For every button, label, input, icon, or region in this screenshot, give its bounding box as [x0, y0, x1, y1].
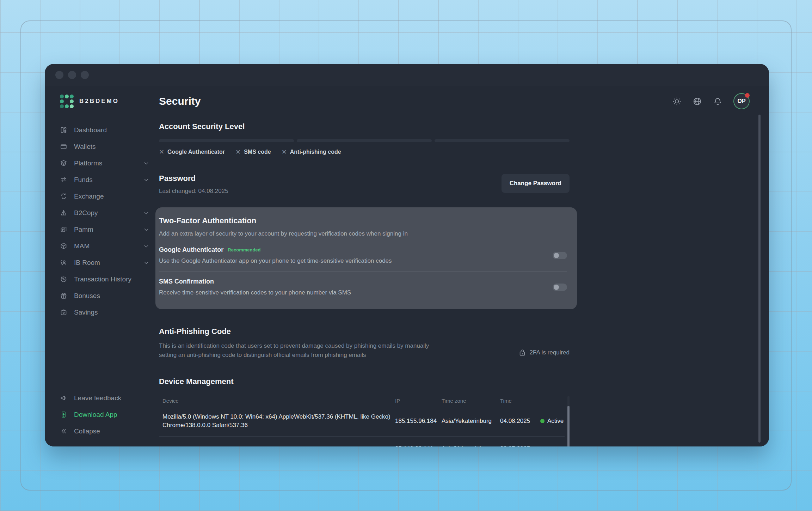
sidebar-item-ib-room[interactable]: IB Room [45, 254, 159, 271]
sidebar-item-savings[interactable]: Savings [45, 304, 159, 321]
section-title: Account Security Level [159, 122, 570, 131]
status-dot [540, 419, 545, 423]
google-authenticator-toggle[interactable] [553, 252, 567, 259]
sidebar-item-exchange[interactable]: Exchange [45, 188, 159, 205]
sidebar-item-label: Leave feedback [74, 394, 121, 402]
people-icon [60, 259, 67, 266]
layers-icon [60, 159, 67, 167]
megaphone-icon [60, 394, 67, 402]
app-header: B2BDEMO Security [45, 86, 769, 117]
page-title: Security [159, 95, 672, 107]
column-header-ip: IP [395, 398, 442, 404]
table-scrollbar[interactable] [567, 396, 570, 446]
divider [159, 271, 567, 272]
table-scrollbar-thumb[interactable] [567, 406, 570, 446]
window-control-close[interactable] [55, 71, 63, 79]
table-row[interactable]: Mozilla/5.0 (Windows NT 10.0; Win64; x64… [159, 407, 565, 436]
history-icon [60, 275, 67, 283]
table-row[interactable]: 85.140.23.141 Asia/Yekaterinburg 22.07.2… [159, 437, 565, 446]
sidebar-item-transaction-history[interactable]: Transaction History [45, 271, 159, 287]
change-password-button[interactable]: Change Password [502, 174, 570, 193]
two-factor-card: Two-Factor Authentication Add an extra l… [155, 207, 577, 309]
two-factor-option-sms: SMS Confirmation Receive time-sensitive … [159, 278, 567, 296]
progress-segment [159, 139, 294, 142]
missing-item-label: Anti-phishing code [290, 149, 341, 155]
chevron-down-icon [143, 227, 149, 232]
notifications-bell-icon[interactable] [713, 97, 722, 106]
sidebar-item-funds[interactable]: Funds [45, 171, 159, 188]
sidebar-item-dashboard[interactable]: Dashboard [45, 122, 159, 138]
progress-segment [435, 139, 570, 142]
column-header-time: Time [500, 398, 540, 404]
chevron-down-icon [143, 210, 149, 216]
sidebar-item-label: Pamm [74, 226, 93, 233]
notification-badge [745, 93, 750, 98]
window-control-minimize[interactable] [68, 71, 76, 79]
sidebar-item-download-app[interactable]: Download App [45, 406, 159, 423]
ip-cell: 185.155.96.184 [395, 418, 442, 425]
sidebar-item-b2copy[interactable]: B2Copy [45, 205, 159, 221]
section-anti-phishing: Anti-Phishing Code This is an identifica… [159, 327, 570, 360]
sidebar-item-label: Platforms [74, 159, 102, 167]
chevron-down-icon [143, 177, 149, 183]
sidebar-item-label: Exchange [74, 193, 104, 200]
x-icon: ✕ [282, 149, 287, 155]
app-window: B2BDEMO Security [45, 64, 769, 446]
security-level-progress [159, 139, 570, 142]
sidebar-item-leave-feedback[interactable]: Leave feedback [45, 390, 159, 406]
sidebar-item-label: B2Copy [74, 209, 98, 217]
time-cell: 22.07.2025 [500, 445, 540, 446]
window-scrollbar[interactable] [758, 115, 761, 443]
devices-table-header: Device IP Time zone Time [159, 395, 565, 407]
cube-icon [60, 242, 67, 250]
window-control-maximize[interactable] [81, 71, 89, 79]
sidebar-item-label: Bonuses [74, 292, 100, 300]
sidebar-item-label: Transaction History [74, 275, 131, 283]
chevron-down-icon [143, 243, 149, 249]
sidebar-footer: Leave feedback Download App Collapse [45, 390, 159, 439]
desktop-background: B2BDEMO Security [0, 0, 812, 511]
x-icon: ✕ [159, 149, 164, 155]
brand-logo[interactable]: B2BDEMO [45, 95, 159, 108]
anti-phishing-description: This is an identification code that user… [159, 341, 444, 360]
main-content: Account Security Level ✕ Google Authenti… [159, 117, 570, 446]
requirement-text: 2FA is required [530, 349, 570, 356]
sidebar-item-collapse[interactable]: Collapse [45, 423, 159, 439]
language-globe-icon[interactable] [693, 97, 702, 106]
sidebar-item-label: Collapse [74, 427, 100, 435]
sidebar-item-pamm[interactable]: Pamm [45, 221, 159, 238]
theme-toggle-icon[interactable] [672, 97, 682, 106]
timezone-cell: Asia/Yekaterinburg [442, 445, 500, 446]
brand-name: B2BDEMO [79, 98, 119, 105]
section-account-security-level: Account Security Level ✕ Google Authenti… [159, 122, 570, 155]
brand-logo-icon [60, 95, 74, 108]
x-icon: ✕ [235, 149, 241, 155]
section-password: Password Last changed: 04.08.2025 Change… [159, 174, 570, 195]
progress-segment [297, 139, 432, 142]
sms-confirmation-toggle[interactable] [553, 284, 567, 291]
recommended-badge: Recommended [228, 247, 260, 253]
phone-download-icon [60, 411, 67, 418]
missing-item: ✕ SMS code [235, 149, 271, 155]
sidebar-item-platforms[interactable]: Platforms [45, 155, 159, 171]
chevron-down-icon [143, 260, 149, 266]
missing-item: ✕ Google Authenticator [159, 149, 225, 155]
missing-item-label: SMS code [244, 149, 271, 155]
toggle-knob [554, 285, 559, 290]
two-factor-subtitle: Add an extra layer of security to your a… [159, 230, 567, 237]
option-title: Google Authenticator [159, 246, 223, 254]
sidebar-item-label: IB Room [74, 259, 100, 267]
section-title: Anti-Phishing Code [159, 327, 444, 336]
avatar-initials: OP [737, 98, 745, 104]
collapse-chevrons-icon [60, 427, 67, 435]
sidebar-item-wallets[interactable]: Wallets [45, 138, 159, 155]
sidebar-item-mam[interactable]: MAM [45, 238, 159, 254]
status-badge: Active [540, 418, 565, 425]
sidebar-item-bonuses[interactable]: Bonuses [45, 287, 159, 304]
missing-item-label: Google Authenticator [167, 149, 225, 155]
sidebar-item-label: Funds [74, 176, 93, 184]
section-title: Device Management [159, 377, 570, 386]
user-avatar[interactable]: OP [733, 93, 750, 109]
option-description: Use the Google Authenticator app on your… [159, 257, 392, 264]
transfer-arrows-icon [60, 176, 67, 183]
